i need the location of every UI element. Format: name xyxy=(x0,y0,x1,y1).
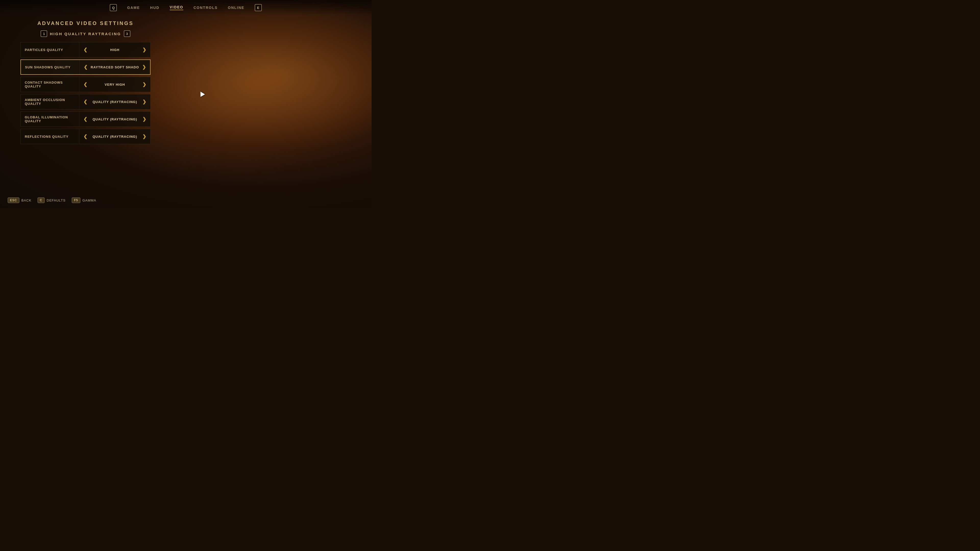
setting-label-sun-shadows-quality: Sun Shadows Quality xyxy=(21,60,80,74)
global-illumination-quality-value: Quality (Raytracing) xyxy=(87,118,142,121)
defaults-action[interactable]: C Defaults xyxy=(38,197,65,203)
settings-list: Particles Quality ❮ High ❯ Sun Shadows Q… xyxy=(21,42,151,144)
bottom-action-bar: ESC Back C Defaults F5 Gamma xyxy=(8,197,96,203)
back-label: Back xyxy=(21,198,32,202)
preset-badge-left: 1 xyxy=(41,30,47,37)
ambient-occlusion-quality-right-arrow[interactable]: ❯ xyxy=(142,99,146,105)
reflections-quality-value: Quality (Raytracing) xyxy=(87,135,142,138)
setting-label-ambient-occlusion-quality: Ambient Occlusion Quality xyxy=(21,94,80,109)
setting-row-ambient-occlusion-quality[interactable]: Ambient Occlusion Quality ❮ Quality (Ray… xyxy=(21,94,151,110)
setting-label-reflections-quality: Reflections Quality xyxy=(21,129,80,144)
particles-quality-left-arrow[interactable]: ❮ xyxy=(83,47,87,52)
defaults-label: Defaults xyxy=(47,198,65,202)
setting-value-global-illumination-quality: ❮ Quality (Raytracing) ❯ xyxy=(80,112,150,127)
sun-shadows-quality-right-arrow[interactable]: ❯ xyxy=(142,64,146,70)
setting-value-particles-quality: ❮ High ❯ xyxy=(80,42,150,57)
sun-shadows-quality-value: Raytraced Soft Shado xyxy=(88,65,142,69)
page-title: ADVANCED VIDEO SETTINGS xyxy=(21,21,151,26)
nav-key-e: E xyxy=(255,4,262,11)
particles-quality-right-arrow[interactable]: ❯ xyxy=(142,47,146,52)
preset-badge-right: 3 xyxy=(124,30,130,37)
setting-label-contact-shadows-quality: Contact Shadows Quality xyxy=(21,77,80,92)
global-illumination-quality-right-arrow[interactable]: ❯ xyxy=(142,116,146,122)
setting-label-global-illumination-quality: Global Illumination Quality xyxy=(21,112,80,127)
setting-value-sun-shadows-quality: ❮ Raytraced Soft Shado ❯ xyxy=(80,60,150,74)
sun-shadows-quality-left-arrow[interactable]: ❮ xyxy=(84,64,88,70)
setting-value-ambient-occlusion-quality: ❮ Quality (Raytracing) ❯ xyxy=(80,94,150,109)
gamma-key: F5 xyxy=(72,197,80,203)
nav-item-online[interactable]: ONLINE xyxy=(228,6,245,10)
setting-value-contact-shadows-quality: ❮ Very High ❯ xyxy=(80,77,150,92)
nav-item-hud[interactable]: HUD xyxy=(150,6,159,10)
setting-row-contact-shadows-quality[interactable]: Contact Shadows Quality ❮ Very High ❯ xyxy=(21,77,151,92)
setting-row-sun-shadows-quality[interactable]: Sun Shadows Quality ❮ Raytraced Soft Sha… xyxy=(21,59,151,75)
nav-item-game[interactable]: GAME xyxy=(127,6,140,10)
particles-quality-value: High xyxy=(87,48,142,52)
ambient-occlusion-quality-left-arrow[interactable]: ❮ xyxy=(83,99,87,105)
setting-row-reflections-quality[interactable]: Reflections Quality ❮ Quality (Raytracin… xyxy=(21,129,151,144)
nav-item-controls[interactable]: CONTROLS xyxy=(193,6,218,10)
setting-label-particles-quality: Particles Quality xyxy=(21,42,80,57)
back-key: ESC xyxy=(8,197,19,203)
setting-row-particles-quality[interactable]: Particles Quality ❮ High ❯ xyxy=(21,42,151,57)
preset-row: 1 HIGH QUALITY RAYTRACING 3 xyxy=(21,30,151,37)
top-navigation: Q GAME HUD VIDEO CONTROLS ONLINE E xyxy=(0,0,372,15)
contact-shadows-quality-value: Very High xyxy=(87,83,142,86)
setting-row-global-illumination-quality[interactable]: Global Illumination Quality ❮ Quality (R… xyxy=(21,111,151,127)
back-action[interactable]: ESC Back xyxy=(8,197,32,203)
nav-item-video[interactable]: VIDEO xyxy=(170,5,183,10)
setting-value-reflections-quality: ❮ Quality (Raytracing) ❯ xyxy=(80,129,150,144)
contact-shadows-quality-right-arrow[interactable]: ❯ xyxy=(142,82,146,87)
settings-panel: ADVANCED VIDEO SETTINGS 1 HIGH QUALITY R… xyxy=(21,21,151,144)
contact-shadows-quality-left-arrow[interactable]: ❮ xyxy=(83,82,87,87)
reflections-quality-left-arrow[interactable]: ❮ xyxy=(83,134,87,139)
nav-key-q: Q xyxy=(110,4,117,11)
preset-name: HIGH QUALITY RAYTRACING xyxy=(50,32,121,36)
defaults-key: C xyxy=(38,197,45,203)
reflections-quality-right-arrow[interactable]: ❯ xyxy=(142,134,146,139)
gamma-action[interactable]: F5 Gamma xyxy=(72,197,96,203)
global-illumination-quality-left-arrow[interactable]: ❮ xyxy=(83,116,87,122)
ambient-occlusion-quality-value: Quality (Raytracing) xyxy=(87,100,142,104)
gamma-label: Gamma xyxy=(83,198,96,202)
